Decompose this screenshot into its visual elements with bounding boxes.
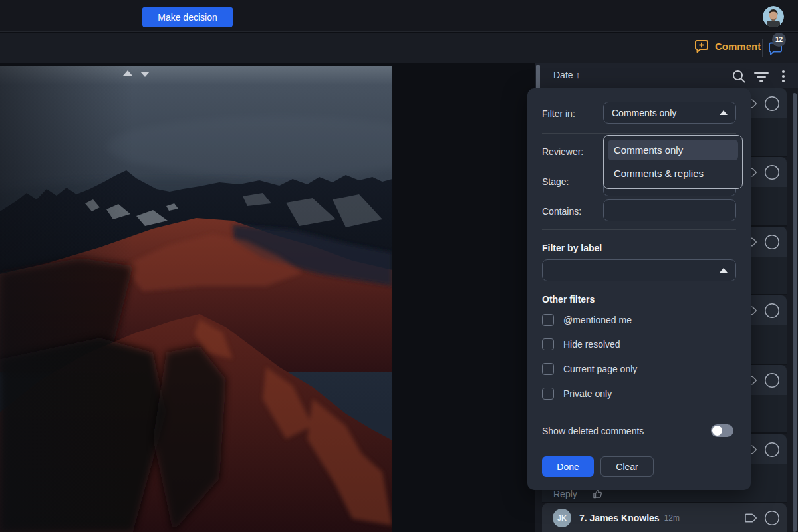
checkbox-hide-resolved[interactable]: Hide resolved bbox=[542, 338, 620, 350]
filter-in-select[interactable]: Comments only bbox=[603, 102, 736, 124]
chevron-up-icon bbox=[720, 268, 728, 273]
other-filters-heading: Other filters bbox=[542, 294, 595, 305]
kebab-menu-icon[interactable] bbox=[775, 68, 791, 84]
checkbox-label: @mentioned me bbox=[563, 315, 632, 325]
resolve-circle-icon[interactable] bbox=[764, 442, 780, 458]
reviewer-label: Reviewer: bbox=[542, 146, 583, 157]
make-decision-button[interactable]: Make decision bbox=[142, 7, 233, 27]
avatar-initials: JK bbox=[553, 509, 571, 527]
checkbox-icon[interactable] bbox=[542, 388, 554, 400]
resolve-circle-icon[interactable] bbox=[764, 234, 780, 250]
checkbox-icon[interactable] bbox=[542, 338, 554, 350]
sort-by-date-control[interactable]: Date ↑ bbox=[553, 70, 580, 80]
comment-button-label: Comment bbox=[715, 41, 761, 52]
stage-label: Stage: bbox=[542, 176, 569, 187]
resolve-circle-icon[interactable] bbox=[764, 164, 780, 180]
filter-by-label-heading: Filter by label bbox=[542, 243, 602, 253]
label-tag-icon[interactable] bbox=[745, 513, 757, 523]
checkbox-current-page-only[interactable]: Current page only bbox=[542, 363, 637, 375]
sort-ascending-arrow: ↑ bbox=[575, 70, 580, 80]
show-deleted-label: Show deleted comments bbox=[542, 426, 644, 436]
filter-in-dropdown-menu: Comments only Comments & replies bbox=[603, 135, 743, 189]
sort-label: Date bbox=[553, 70, 573, 80]
comment-author: 7. James Knowles bbox=[579, 513, 660, 523]
chevron-up-icon bbox=[720, 110, 728, 115]
dropdown-option-comments-replies[interactable]: Comments & replies bbox=[608, 163, 738, 184]
checkbox-label: Hide resolved bbox=[563, 339, 620, 350]
comments-filter-popup: Filter in: Comments only Reviewer: Stage… bbox=[527, 88, 751, 490]
search-icon[interactable] bbox=[731, 68, 747, 84]
reviewed-image-mountains bbox=[0, 66, 392, 532]
comment-timestamp: 12m bbox=[664, 513, 680, 523]
checkbox-label: Private only bbox=[563, 388, 612, 399]
sort-ascending-button[interactable] bbox=[123, 70, 132, 76]
dropdown-option-comments-only[interactable]: Comments only bbox=[608, 140, 738, 160]
comment-plus-icon bbox=[694, 39, 709, 53]
user-avatar[interactable] bbox=[763, 6, 784, 27]
comment-count-badge: 12 bbox=[772, 33, 786, 47]
resolve-circle-icon[interactable] bbox=[764, 303, 780, 319]
contains-input[interactable] bbox=[603, 200, 736, 221]
toggle-knob bbox=[712, 426, 722, 436]
resolve-circle-icon[interactable] bbox=[764, 96, 780, 112]
resolve-circle-icon[interactable] bbox=[764, 510, 780, 526]
clear-button[interactable]: Clear bbox=[600, 456, 654, 477]
app-window: Reply JK 7. James Knowles 12m Date ↑ bbox=[0, 0, 798, 532]
list-scrollbar-thumb[interactable] bbox=[793, 93, 797, 532]
secondary-toolbar bbox=[0, 33, 798, 63]
comment-button[interactable]: Comment bbox=[694, 39, 761, 53]
filter-in-label: Filter in: bbox=[542, 108, 575, 119]
filter-icon[interactable] bbox=[753, 68, 769, 84]
top-bar bbox=[0, 0, 798, 32]
checkbox-label: Current page only bbox=[563, 364, 637, 374]
done-button[interactable]: Done bbox=[542, 456, 594, 477]
resolve-circle-icon[interactable] bbox=[764, 372, 780, 388]
checkbox-icon[interactable] bbox=[542, 363, 554, 375]
show-deleted-toggle[interactable] bbox=[711, 424, 733, 437]
label-select[interactable] bbox=[542, 259, 736, 281]
filter-in-value: Comments only bbox=[612, 108, 676, 118]
checkbox-private-only[interactable]: Private only bbox=[542, 388, 612, 400]
comment-row-james-knowles[interactable]: JK 7. James Knowles 12m bbox=[542, 503, 787, 532]
checkbox-icon[interactable] bbox=[542, 314, 554, 326]
checkbox-mentioned-me[interactable]: @mentioned me bbox=[542, 314, 632, 326]
sort-descending-button[interactable] bbox=[140, 72, 150, 77]
contains-label: Contains: bbox=[542, 206, 581, 217]
